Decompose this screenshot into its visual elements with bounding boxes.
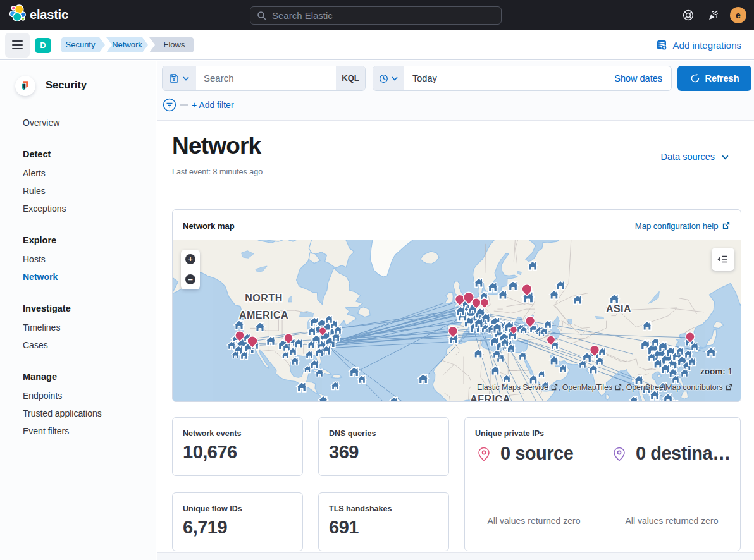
svg-text:NORTH: NORTH — [245, 293, 282, 303]
svg-text:AFRICA: AFRICA — [470, 394, 510, 401]
svg-text:ASIA: ASIA — [606, 303, 631, 314]
svg-text:AMERICA: AMERICA — [239, 310, 288, 320]
